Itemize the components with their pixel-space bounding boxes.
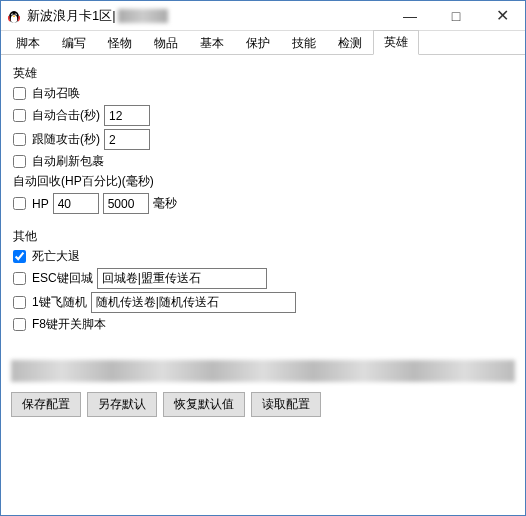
- save-button[interactable]: 保存配置: [11, 392, 81, 417]
- other-group-label: 其他: [13, 228, 513, 245]
- hp-unit-label: 毫秒: [153, 195, 177, 212]
- f8-toggle-checkbox[interactable]: [13, 318, 26, 331]
- auto-recover-label: 自动回收(HP百分比)(毫秒): [13, 173, 154, 190]
- one-fly-label: 1键飞随机: [32, 294, 87, 311]
- close-button[interactable]: ✕: [479, 1, 525, 31]
- esc-return-checkbox[interactable]: [13, 272, 26, 285]
- tab-protect[interactable]: 保护: [235, 31, 281, 55]
- death-exit-checkbox[interactable]: [13, 250, 26, 263]
- tab-item[interactable]: 物品: [143, 31, 189, 55]
- one-fly-checkbox[interactable]: [13, 296, 26, 309]
- title-obscured: [118, 9, 168, 23]
- esc-return-input[interactable]: [97, 268, 267, 289]
- one-fly-input[interactable]: [91, 292, 296, 313]
- tab-basic[interactable]: 基本: [189, 31, 235, 55]
- content-panel: 英雄 自动召唤 自动合击(秒) 跟随攻击(秒) 自动刷新包裹 自动回收(HP百分…: [1, 55, 525, 342]
- hp-pct-input[interactable]: [53, 193, 99, 214]
- f8-toggle-label: F8键开关脚本: [32, 316, 106, 333]
- minimize-button[interactable]: —: [387, 1, 433, 31]
- follow-attack-label: 跟随攻击(秒): [32, 131, 100, 148]
- hp-checkbox[interactable]: [13, 197, 26, 210]
- follow-attack-input[interactable]: [104, 129, 150, 150]
- window-title: 新波浪月卡1区|: [27, 7, 116, 25]
- auto-recover-heading: 自动回收(HP百分比)(毫秒): [13, 173, 513, 190]
- tab-monster[interactable]: 怪物: [97, 31, 143, 55]
- tab-script[interactable]: 脚本: [5, 31, 51, 55]
- load-button[interactable]: 读取配置: [251, 392, 321, 417]
- follow-attack-checkbox[interactable]: [13, 133, 26, 146]
- titlebar: 新波浪月卡1区| — □ ✕: [1, 1, 525, 31]
- app-icon: [5, 7, 23, 25]
- tab-detect[interactable]: 检测: [327, 31, 373, 55]
- svg-point-6: [13, 15, 15, 16]
- tab-hero[interactable]: 英雄: [373, 30, 419, 55]
- auto-refresh-bag-label: 自动刷新包裹: [32, 153, 104, 170]
- tab-compose[interactable]: 编写: [51, 31, 97, 55]
- restore-default-button[interactable]: 恢复默认值: [163, 392, 245, 417]
- svg-point-4: [12, 14, 13, 15]
- auto-refresh-bag-checkbox[interactable]: [13, 155, 26, 168]
- auto-summon-checkbox[interactable]: [13, 87, 26, 100]
- death-exit-label: 死亡大退: [32, 248, 80, 265]
- save-default-button[interactable]: 另存默认: [87, 392, 157, 417]
- auto-summon-label: 自动召唤: [32, 85, 80, 102]
- tab-skill[interactable]: 技能: [281, 31, 327, 55]
- auto-combine-input[interactable]: [104, 105, 150, 126]
- auto-combine-checkbox[interactable]: [13, 109, 26, 122]
- hp-ms-input[interactable]: [103, 193, 149, 214]
- maximize-button[interactable]: □: [433, 1, 479, 31]
- auto-combine-label: 自动合击(秒): [32, 107, 100, 124]
- status-obscured: [11, 360, 515, 382]
- hp-label: HP: [32, 197, 49, 211]
- button-row: 保存配置 另存默认 恢复默认值 读取配置: [1, 390, 525, 419]
- hero-group-label: 英雄: [13, 65, 513, 82]
- esc-return-label: ESC键回城: [32, 270, 93, 287]
- tab-bar: 脚本 编写 怪物 物品 基本 保护 技能 检测 英雄: [1, 31, 525, 55]
- svg-point-5: [15, 14, 16, 15]
